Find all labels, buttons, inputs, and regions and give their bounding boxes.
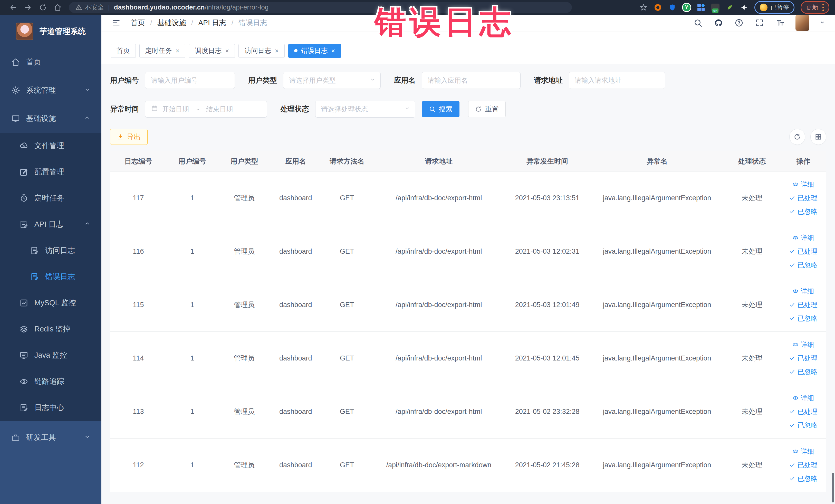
tab-job[interactable]: 定时任务× [139, 44, 185, 58]
tab-access-log[interactable]: 访问日志× [239, 44, 284, 58]
breadcrumb-home[interactable]: 首页 [131, 18, 145, 28]
tab-home[interactable]: 首页 [110, 44, 136, 58]
process-status-select[interactable]: 请选择处理状态 [315, 101, 415, 118]
check-icon [789, 248, 795, 255]
extension-green-icon[interactable]: Y [683, 3, 691, 12]
app-name-field[interactable] [422, 72, 521, 89]
detail-link[interactable]: 详细 [792, 447, 814, 456]
cell-time: 2021-05-02 21:45:28 [504, 438, 590, 492]
sidebar-item-dev-tools[interactable]: 研发工具 [0, 423, 101, 451]
cell-request-url: /api/infra/db-doc/export-html [373, 225, 504, 278]
browser-reload-icon[interactable] [38, 2, 48, 13]
browser-forward-icon[interactable] [23, 2, 33, 13]
close-icon[interactable]: × [176, 47, 179, 54]
sidebar-item-mysql[interactable]: MySQL 监控 [0, 290, 101, 316]
mark-ignored-link[interactable]: 已忽略 [789, 474, 817, 483]
user-id-field[interactable] [145, 72, 235, 89]
request-url-input[interactable] [575, 77, 659, 84]
sidebar-item-redis[interactable]: Redis 监控 [0, 316, 101, 342]
cell-exception: java.lang.IllegalArgumentException [590, 331, 724, 385]
breadcrumb: 首页 / 基础设施 / API 日志 / 错误日志 [131, 18, 267, 28]
mark-ignored-link[interactable]: 已忽略 [789, 421, 817, 430]
sidebar-collapse-icon[interactable] [111, 18, 121, 28]
github-icon[interactable] [713, 18, 724, 28]
bookmark-star-icon[interactable] [639, 3, 648, 12]
mark-ignored-link[interactable]: 已忽略 [789, 261, 817, 269]
close-icon[interactable]: × [331, 47, 335, 54]
cell-time: 2021-05-03 12:02:31 [504, 225, 590, 278]
detail-link[interactable]: 详细 [792, 234, 814, 242]
app-name-input[interactable] [428, 77, 515, 84]
tab-error-log[interactable]: 错误日志× [288, 44, 341, 58]
detail-link[interactable]: 详细 [792, 394, 814, 403]
mark-processed-link[interactable]: 已处理 [789, 461, 817, 469]
sidebar-item-java[interactable]: Java 监控 [0, 342, 101, 368]
detail-link[interactable]: 详细 [792, 340, 814, 349]
sidebar-item-log-center[interactable]: 日志中心 [0, 395, 101, 421]
sidebar-item-file[interactable]: 文件管理 [0, 133, 101, 159]
sidebar-item-system[interactable]: 系统管理 [0, 76, 101, 104]
cell-app-name: dashboard [270, 331, 321, 385]
search-button[interactable]: 搜索 [422, 101, 460, 117]
sidebar-item-trace[interactable]: 链路追踪 [0, 368, 101, 395]
mark-processed-link[interactable]: 已处理 [789, 247, 817, 256]
browser-back-icon[interactable] [8, 2, 18, 13]
profile-paused-badge[interactable]: 已暂停 [754, 1, 794, 14]
sidebar-item-infra[interactable]: 基础设施 [0, 104, 101, 133]
reset-button[interactable]: 重置 [468, 101, 506, 117]
extension-grid-icon[interactable] [697, 3, 705, 12]
address-bar[interactable]: 不安全 | dashboard.yudao.iocoder.cn/infra/l… [69, 2, 572, 13]
mark-processed-link[interactable]: 已处理 [789, 194, 817, 203]
sidebar-item-home[interactable]: 首页 [0, 48, 101, 76]
extension-on-badge-icon[interactable]: on [711, 3, 719, 12]
url-host[interactable]: dashboard.yudao.iocoder.cn [114, 3, 205, 11]
extension-leaf-icon[interactable] [726, 3, 734, 12]
sidebar-item-access-log[interactable]: 访问日志 [0, 238, 101, 264]
date-range-picker[interactable]: 开始日期 ~ 结束日期 [145, 101, 267, 118]
close-icon[interactable]: × [225, 47, 229, 54]
fullscreen-icon[interactable] [754, 18, 765, 28]
sidebar-item-config[interactable]: 配置管理 [0, 159, 101, 185]
extension-orange-icon[interactable] [654, 3, 662, 12]
security-label[interactable]: 不安全 [85, 3, 104, 12]
sidebar-item-api-log[interactable]: API 日志 [0, 211, 101, 238]
extension-shield-icon[interactable] [668, 3, 676, 12]
mark-processed-link[interactable]: 已处理 [789, 354, 817, 363]
user-menu-caret-icon[interactable] [820, 20, 825, 26]
sidebar-item-error-log[interactable]: 错误日志 [0, 264, 101, 290]
extension-pinwheel-icon[interactable] [740, 3, 748, 12]
mark-ignored-link[interactable]: 已忽略 [789, 314, 817, 323]
mark-ignored-link[interactable]: 已忽略 [789, 367, 817, 377]
cell-time: 2021-05-03 12:01:45 [504, 331, 590, 385]
breadcrumb-api-log[interactable]: API 日志 [199, 18, 226, 28]
mark-ignored-link[interactable]: 已忽略 [789, 207, 817, 216]
mark-processed-link[interactable]: 已处理 [789, 300, 817, 309]
cell-actions: 详细 已处理 已忽略 [780, 331, 826, 385]
vertical-scrollbar[interactable] [832, 473, 834, 502]
detail-link[interactable]: 详细 [792, 180, 814, 189]
app-logo [16, 23, 33, 40]
browser-update-button[interactable]: 更新 [801, 1, 829, 14]
date-start[interactable]: 开始日期 [162, 105, 189, 114]
url-path[interactable]: /infra/log/api-error-log [205, 3, 269, 11]
mark-processed-link[interactable]: 已处理 [789, 407, 817, 416]
request-url-field[interactable] [569, 72, 665, 89]
export-button[interactable]: 导出 [110, 129, 148, 145]
date-end[interactable]: 结束日期 [206, 105, 233, 114]
tab-job-log[interactable]: 调度日志× [189, 44, 235, 58]
column-settings-button[interactable] [810, 129, 826, 145]
help-icon[interactable] [734, 18, 744, 28]
breadcrumb-infra[interactable]: 基础设施 [157, 18, 186, 28]
browser-home-icon[interactable] [53, 2, 63, 13]
browser-menu-icon[interactable] [822, 4, 824, 11]
close-icon[interactable]: × [274, 47, 279, 54]
search-icon[interactable] [693, 18, 703, 28]
sidebar-item-job[interactable]: 定时任务 [0, 185, 101, 211]
detail-link[interactable]: 详细 [792, 287, 814, 296]
user-avatar[interactable] [795, 15, 809, 31]
font-size-icon[interactable] [775, 18, 785, 28]
user-type-select[interactable]: 请选择用户类型 [283, 72, 381, 89]
app-logo-block[interactable]: 芋道管理系统 [0, 15, 101, 48]
refresh-table-button[interactable] [789, 129, 805, 145]
user-id-input[interactable] [151, 77, 229, 84]
